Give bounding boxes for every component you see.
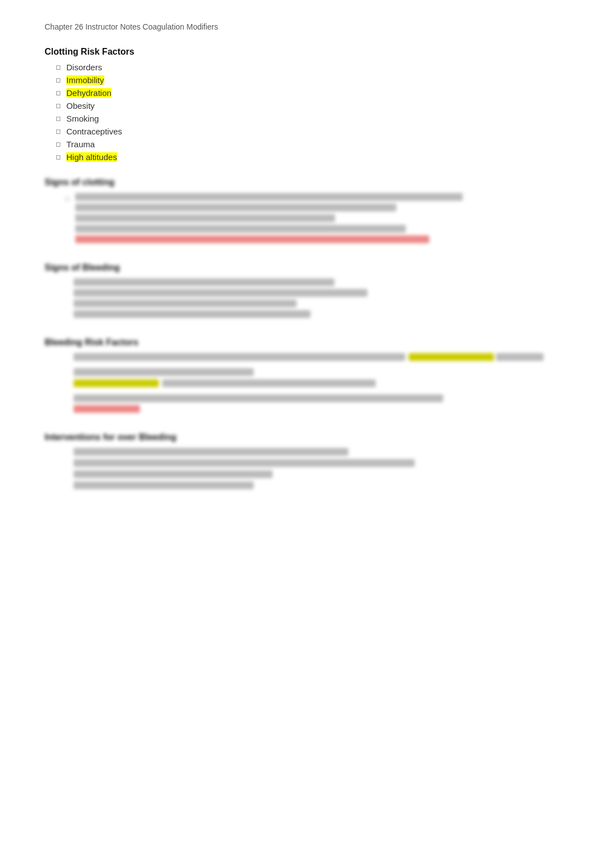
page-header: Chapter 26 Instructor Notes Coagulation … bbox=[45, 22, 547, 31]
list-item: Smoking bbox=[56, 114, 547, 123]
list-item: Dehydration bbox=[56, 88, 547, 98]
signs-of-bleeding-content bbox=[45, 278, 547, 322]
list-item: Contraceptives bbox=[56, 127, 547, 136]
interventions-bleeding-content bbox=[45, 448, 547, 489]
signs-of-bleeding-section: Signs of Bleeding bbox=[45, 263, 547, 322]
list-item: Obesity bbox=[56, 101, 547, 110]
item-text: Contraceptives bbox=[66, 127, 122, 136]
list-item: Disorders bbox=[56, 62, 547, 72]
interventions-bleeding-title: Interventions for over Bleeding bbox=[45, 432, 547, 442]
item-text: Disorders bbox=[66, 62, 102, 72]
signs-of-clotting-title: Signs of clotting bbox=[45, 177, 547, 187]
bleeding-risk-factors-content bbox=[45, 353, 547, 417]
signs-of-clotting-content: ◻ bbox=[45, 193, 547, 247]
signs-of-bleeding-title: Signs of Bleeding bbox=[45, 263, 547, 273]
item-text-highlighted: High altitudes bbox=[66, 152, 117, 162]
signs-of-clotting-section: Signs of clotting ◻ bbox=[45, 177, 547, 247]
interventions-bleeding-section: Interventions for over Bleeding bbox=[45, 432, 547, 489]
item-text-highlighted: Dehydration bbox=[66, 88, 111, 98]
bleeding-risk-factors-title: Bleeding Risk Factors bbox=[45, 337, 547, 348]
list-item: Trauma bbox=[56, 139, 547, 149]
item-text: Obesity bbox=[66, 101, 95, 110]
item-text: Trauma bbox=[66, 139, 95, 149]
bleeding-risk-factors-section: Bleeding Risk Factors bbox=[45, 337, 547, 417]
item-text-highlighted: Immobility bbox=[66, 75, 104, 85]
clotting-risk-factors-title: Clotting Risk Factors bbox=[45, 47, 547, 57]
item-text: Smoking bbox=[66, 114, 99, 123]
list-item: Immobility bbox=[56, 75, 547, 85]
clotting-risk-factors-section: Clotting Risk Factors Disorders Immobili… bbox=[45, 47, 547, 162]
list-item: High altitudes bbox=[56, 152, 547, 162]
clotting-risk-factors-list: Disorders Immobility Dehydration Obesity… bbox=[45, 62, 547, 162]
